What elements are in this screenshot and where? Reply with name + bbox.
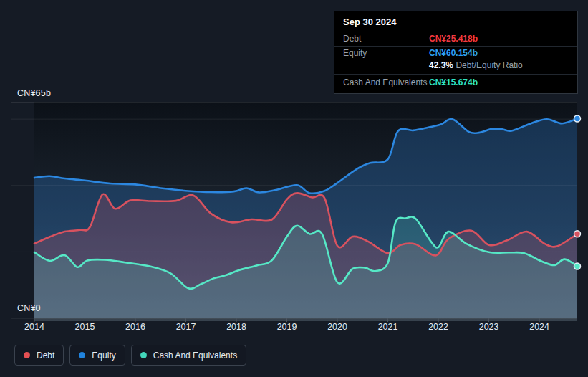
x-tick-label: 2022 <box>428 322 448 332</box>
x-tick-label: 2021 <box>378 322 398 332</box>
legend-item-cash-and-equivalents[interactable]: Cash And Equivalents <box>131 345 246 366</box>
legend-label: Cash And Equivalents <box>153 350 237 361</box>
x-tick-label: 2018 <box>226 322 246 332</box>
x-tick-label: 2015 <box>75 322 95 332</box>
legend-dot-icon <box>79 352 85 358</box>
marker-debt <box>574 231 581 237</box>
tooltip-cash-value: CN¥15.674b <box>429 77 478 88</box>
tooltip-debt-label: Debt <box>343 34 429 44</box>
x-tick-label: 2016 <box>125 322 145 332</box>
x-tick-label: 2014 <box>24 322 44 332</box>
y-axis-max-label: CN¥65b <box>17 88 51 98</box>
tooltip-row-equity: Equity CN¥60.154b <box>334 46 577 60</box>
ratio-label: Debt/Equity Ratio <box>456 60 522 70</box>
x-tick-label: 2020 <box>327 322 347 332</box>
debt-equity-history-chart: CN¥65b CN¥0 2014201520162017201820192020… <box>0 0 588 377</box>
tooltip-debt-value: CN¥25.418b <box>429 34 478 44</box>
legend-item-equity[interactable]: Equity <box>69 345 125 366</box>
tooltip-row-cash: Cash And Equivalents CN¥15.674b <box>334 74 577 93</box>
legend-label: Equity <box>92 350 115 361</box>
tooltip-equity-label: Equity <box>343 48 429 59</box>
tooltip-debt-equity-ratio: 42.3% Debt/Equity Ratio <box>334 60 577 74</box>
tooltip-date: Sep 30 2024 <box>334 11 577 32</box>
legend-dot-icon <box>24 352 30 358</box>
x-tick-label: 2023 <box>479 322 499 332</box>
legend-dot-icon <box>140 352 147 358</box>
marker-equity <box>574 115 581 122</box>
legend-label: Debt <box>37 350 54 361</box>
ratio-value: 42.3% <box>429 60 453 70</box>
tooltip: Sep 30 2024 Debt CN¥25.418b Equity CN¥60… <box>334 11 578 94</box>
legend: DebtEquityCash And Equivalents <box>14 345 246 366</box>
tooltip-row-debt: Debt CN¥25.418b <box>334 32 577 46</box>
y-axis-zero-label: CN¥0 <box>17 303 41 313</box>
x-tick-label: 2024 <box>529 322 549 332</box>
legend-item-debt[interactable]: Debt <box>14 345 64 366</box>
x-tick-label: 2019 <box>277 322 297 332</box>
marker-cash-and-equivalents <box>574 263 581 269</box>
x-tick-label: 2017 <box>176 322 196 332</box>
tooltip-cash-label: Cash And Equivalents <box>343 77 429 88</box>
tooltip-equity-value: CN¥60.154b <box>429 48 478 59</box>
